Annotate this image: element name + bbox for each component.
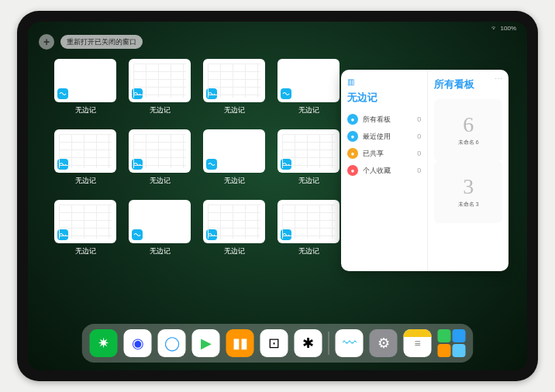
- menu-item-count: 0: [417, 115, 421, 123]
- thumbnail-label: 无边记: [224, 176, 245, 186]
- dock-app-play[interactable]: ▶: [192, 329, 220, 357]
- freeform-app-icon: [57, 88, 68, 99]
- thumbnail-preview: [129, 129, 191, 173]
- freeform-app-icon: [206, 88, 217, 99]
- ipad-frame: ᯤ 100% + 重新打开已关闭的窗口 无边记无边记无边记无边记无边记无边记无边…: [17, 11, 538, 381]
- dock-app-connect[interactable]: ✱: [295, 329, 322, 357]
- window-thumbnail[interactable]: 无边记: [203, 59, 265, 115]
- thumbnail-label: 无边记: [224, 105, 245, 115]
- menu-item-label: 个人收藏: [363, 166, 391, 176]
- freeform-panel[interactable]: ⋯ ▥ 无边记 ●所有看板0●最近使用0●已共享0●个人收藏0 所有看板 6未命…: [341, 70, 508, 271]
- dock-app-dice[interactable]: ⊡: [260, 329, 288, 357]
- thumbnail-label: 无边记: [224, 246, 245, 256]
- menu-item-count: 0: [417, 150, 421, 157]
- menu-item-icon: ●: [347, 165, 358, 176]
- menu-item[interactable]: ●最近使用0: [347, 128, 421, 145]
- freeform-app-icon: [281, 229, 291, 240]
- reopen-label: 重新打开已关闭的窗口: [67, 37, 136, 47]
- app-library-icon[interactable]: [438, 329, 466, 357]
- window-thumbnail[interactable]: 无边记: [129, 200, 191, 256]
- thumbnail-label: 无边记: [150, 246, 171, 256]
- panel-header: ▥: [347, 77, 421, 86]
- thumbnail-preview: [203, 129, 265, 173]
- board-name: 未命名 6: [458, 139, 479, 146]
- thumbnail-preview: [203, 59, 265, 102]
- dock-recent: 〰⚙≡: [336, 329, 432, 357]
- board-preview: 3: [463, 176, 474, 198]
- panel-sidebar: ▥ 无边记 ●所有看板0●最近使用0●已共享0●个人收藏0: [341, 70, 428, 271]
- menu-item[interactable]: ●个人收藏0: [347, 162, 421, 179]
- thumbnail-label: 无边记: [298, 246, 319, 256]
- window-thumbnail[interactable]: 无边记: [278, 129, 340, 186]
- window-thumbnail[interactable]: 无边记: [129, 129, 191, 186]
- thumbnail-preview: [54, 59, 116, 102]
- app-switcher-grid: 无边记无边记无边记无边记无边记无边记无边记无边记无边记无边记无边记无边记: [54, 59, 340, 256]
- thumbnail-preview: [278, 129, 340, 173]
- freeform-app-icon: [281, 159, 291, 170]
- freeform-app-icon: [206, 229, 217, 240]
- menu-item-icon: ●: [347, 148, 358, 159]
- dock-separator: [329, 332, 329, 355]
- new-window-button[interactable]: +: [39, 34, 54, 50]
- dock-app-quark[interactable]: ◉: [124, 329, 152, 357]
- dock-app-wechat[interactable]: ✷: [90, 329, 118, 357]
- dock-app-settings[interactable]: ⚙: [370, 329, 398, 357]
- plus-icon: +: [43, 36, 50, 48]
- sidebar-icon[interactable]: ▥: [347, 77, 354, 86]
- menu-item-count: 0: [417, 132, 421, 140]
- menu-list: ●所有看板0●最近使用0●已共享0●个人收藏0: [347, 111, 421, 179]
- dock-apps: ✷◉◯▶▮▮⊡✱: [90, 329, 322, 357]
- freeform-app-icon: [132, 88, 143, 99]
- panel-right-title: 所有看板: [434, 77, 502, 91]
- freeform-app-icon: [281, 88, 291, 99]
- board-card[interactable]: 6未命名 6: [434, 99, 502, 161]
- panel-left-title: 无边记: [347, 91, 421, 105]
- boards-list: 6未命名 63未命名 3: [434, 99, 502, 223]
- status-bar: ᯤ 100%: [491, 25, 516, 32]
- screen: ᯤ 100% + 重新打开已关闭的窗口 无边记无边记无边记无边记无边记无边记无边…: [28, 22, 527, 370]
- menu-item[interactable]: ●所有看板0: [347, 111, 421, 128]
- dock: ✷◉◯▶▮▮⊡✱ 〰⚙≡: [82, 324, 474, 363]
- top-bar: + 重新打开已关闭的窗口: [39, 34, 143, 50]
- window-thumbnail[interactable]: 无边记: [54, 129, 116, 186]
- reopen-closed-window-button[interactable]: 重新打开已关闭的窗口: [60, 35, 143, 49]
- thumbnail-preview: [129, 59, 191, 102]
- thumbnail-preview: [278, 200, 340, 243]
- menu-item-icon: ●: [347, 114, 358, 125]
- dock-app-notes[interactable]: ≡: [404, 329, 432, 357]
- window-thumbnail[interactable]: 无边记: [54, 59, 116, 115]
- window-thumbnail[interactable]: 无边记: [278, 200, 340, 256]
- freeform-app-icon: [132, 229, 143, 240]
- thumbnail-preview: [54, 129, 116, 173]
- thumbnail-label: 无边记: [298, 105, 319, 115]
- menu-item-count: 0: [417, 167, 421, 174]
- dock-app-books[interactable]: ▮▮: [226, 329, 254, 357]
- thumbnail-label: 无边记: [75, 176, 96, 186]
- menu-item[interactable]: ●已共享0: [347, 145, 421, 162]
- window-thumbnail[interactable]: 无边记: [54, 200, 116, 256]
- more-icon[interactable]: ⋯: [495, 74, 502, 83]
- thumbnail-label: 无边记: [75, 105, 96, 115]
- menu-item-icon: ●: [347, 131, 358, 142]
- dock-app-qqbrowser[interactable]: ◯: [158, 329, 186, 357]
- window-thumbnail[interactable]: 无边记: [203, 129, 265, 186]
- freeform-app-icon: [57, 229, 68, 240]
- battery-label: 100%: [501, 25, 516, 32]
- wifi-icon: ᯤ: [491, 25, 498, 32]
- freeform-app-icon: [206, 159, 217, 170]
- board-card[interactable]: 3未命名 3: [434, 161, 502, 223]
- thumbnail-preview: [278, 59, 340, 102]
- menu-item-label: 最近使用: [363, 132, 391, 142]
- board-preview: 6: [463, 114, 474, 136]
- board-name: 未命名 3: [458, 201, 479, 208]
- dock-app-freeform[interactable]: 〰: [336, 329, 364, 357]
- window-thumbnail[interactable]: 无边记: [203, 200, 265, 256]
- thumbnail-label: 无边记: [150, 105, 171, 115]
- window-thumbnail[interactable]: 无边记: [278, 59, 340, 115]
- window-thumbnail[interactable]: 无边记: [129, 59, 191, 115]
- thumbnail-preview: [54, 200, 116, 243]
- freeform-app-icon: [132, 159, 143, 170]
- thumbnail-label: 无边记: [298, 176, 319, 186]
- panel-boards: 所有看板 6未命名 63未命名 3: [428, 70, 508, 271]
- thumbnail-label: 无边记: [75, 246, 96, 256]
